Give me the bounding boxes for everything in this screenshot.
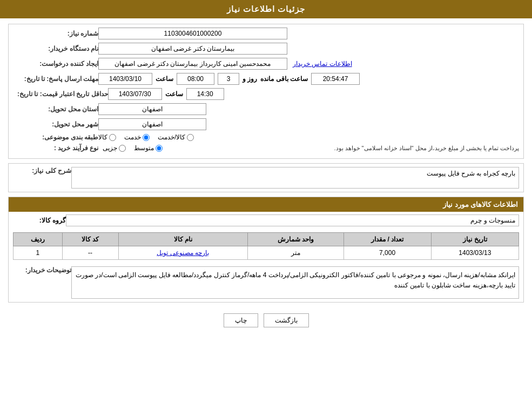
main-content: 1103004601000200 شماره نیاز: بیمارستان د…	[0, 18, 532, 339]
row-ijad-konande: اطلاعات تماس خریدار محمدحسین امینی کاربر…	[13, 58, 519, 70]
radio-khedmat-input[interactable]	[143, 134, 150, 141]
tozihat-row: ایرانکد مشابه/هزینه ارسال، نمونه و مرجوع…	[9, 263, 523, 302]
radio-kala-input[interactable]	[109, 134, 116, 141]
kala-section: اطلاعات کالاهای مورد نیاز منسوجات و چرم …	[8, 197, 524, 303]
etelaat-tamas-link[interactable]: اطلاعات تماس خریدار	[293, 60, 352, 68]
radio-motavaset-input[interactable]	[156, 145, 163, 152]
print-button[interactable]: چاپ	[224, 313, 258, 327]
row-shahr: اصفهان شهر محل تحویل:	[13, 118, 519, 130]
table-row: 1403/03/13 7,000 متر بارچه مصنوعی تویل -…	[14, 246, 519, 260]
col-radif: ردیف	[14, 233, 63, 246]
sharh-koli-section: بارچه کجراه به شرح فایل پیوست شرح کلی نی…	[8, 163, 524, 192]
button-row: بازگشت چاپ	[8, 307, 524, 334]
radio-khedmat[interactable]: خدمت	[124, 133, 150, 141]
ijad-konande-label: ایجاد کننده درخواست:	[17, 60, 98, 68]
cell-radif: 1	[14, 246, 63, 260]
kala-table: تاریخ نیاز تعداد / مقدار واحد شمارش نام …	[13, 232, 519, 260]
mohlat-roz-value: 3	[218, 73, 239, 85]
table-body: 1403/03/13 7,000 متر بارچه مصنوعی تویل -…	[14, 246, 519, 260]
row-hadaghal: 14:30 ساعت 1403/07/30 حداقل تاریخ اعتبار…	[13, 88, 519, 100]
goroh-kala-row: منسوجات و چرم گروه کالا:	[9, 212, 523, 229]
sharh-koli-label: شرح کلی نیاز:	[17, 167, 71, 174]
radio-kala-khedmat[interactable]: کالا/خدمت	[158, 133, 194, 141]
row-mohlat: 20:54:47 ساعت باقی مانده روز و 3 08:00 س…	[13, 73, 519, 85]
hadaghal-date-value: 1403/07/30	[108, 88, 162, 100]
nooe-radio-group: متوسط جزیی	[103, 144, 163, 152]
page-title: جزئیات اطلاعات نیاز	[227, 4, 305, 14]
radio-kala-khedmat-label: کالا/خدمت	[158, 133, 185, 141]
cell-name-kala[interactable]: بارچه مصنوعی تویل	[118, 246, 247, 260]
sharh-koli-box: بارچه کجراه به شرح فایل پیوست	[71, 167, 519, 189]
table-container: تاریخ نیاز تعداد / مقدار واحد شمارش نام …	[9, 229, 523, 263]
ostan-label: استان محل تحویل:	[17, 105, 98, 113]
col-kod-kala: کد کالا	[62, 233, 118, 246]
nooe-farayand-label: نوع فرآیند خرید :	[17, 144, 98, 152]
cell-tedad: 7,000	[344, 246, 431, 260]
radio-kala-label: کالا	[98, 133, 107, 141]
row-name-dastgah: بیمارستان دکتر غرضی اصفهان نام دستگاه خر…	[13, 43, 519, 55]
mohlat-time-label: ساعت	[156, 75, 173, 83]
baqi-mande-label: ساعت باقی مانده	[260, 75, 308, 83]
goroh-kala-label: گروه کالا:	[17, 217, 66, 224]
shahr-value: اصفهان	[98, 118, 206, 130]
radio-jazri-label: جزیی	[103, 144, 117, 152]
mohlat-label: مهلت ارسال پاسخ: تا تاریخ:	[17, 75, 98, 83]
hadaghal-time-value: 14:30	[186, 88, 224, 100]
ostan-value: اصفهان	[98, 103, 206, 115]
shomara-niaz-label: شماره نیاز:	[17, 30, 98, 37]
sharh-koli-value: بارچه کجراه به شرح فایل پیوست	[427, 170, 515, 177]
baqi-mande-value: 20:54:47	[311, 73, 360, 85]
tabaghe-label: طبقه بندی موضوعی:	[17, 133, 98, 141]
table-header-row: تاریخ نیاز تعداد / مقدار واحد شمارش نام …	[14, 233, 519, 246]
page-header: جزئیات اطلاعات نیاز	[0, 0, 532, 18]
row-tabaghe: کالا/خدمت خدمت کالا طبقه بندی موضوعی:	[13, 133, 519, 141]
name-dastgah-value: بیمارستان دکتر غرضی اصفهان	[98, 43, 287, 55]
row-nooe-farayand: پرداخت تمام یا بخشی از مبلغ خرید،از محل …	[13, 144, 519, 152]
page-container: جزئیات اطلاعات نیاز 1103004601000200 شما…	[0, 0, 532, 396]
cell-tarikh: 1403/03/13	[431, 246, 518, 260]
radio-jazri[interactable]: جزیی	[103, 144, 126, 152]
row-ostan: اصفهان استان محل تحویل:	[13, 103, 519, 115]
hadaghal-inline: 14:30 ساعت 1403/07/30	[108, 88, 224, 100]
radio-motavaset-label: متوسط	[134, 144, 154, 152]
tozihat-box: ایرانکد مشابه/هزینه ارسال، نمونه و مرجوع…	[71, 266, 519, 299]
shahr-label: شهر محل تحویل:	[17, 120, 98, 128]
row-shomara-niaz: 1103004601000200 شماره نیاز:	[13, 28, 519, 39]
tabaghe-radio-group: کالا/خدمت خدمت کالا	[98, 133, 194, 141]
table-head: تاریخ نیاز تعداد / مقدار واحد شمارش نام …	[14, 233, 519, 246]
tozihat-label: توضیحات خریدار:	[17, 266, 71, 274]
mohlat-inline: 20:54:47 ساعت باقی مانده روز و 3 08:00 س…	[98, 73, 360, 85]
radio-jazri-input[interactable]	[119, 145, 126, 152]
sharh-koli-row: بارچه کجراه به شرح فایل پیوست شرح کلی نی…	[9, 164, 523, 192]
radio-kala[interactable]: کالا	[98, 133, 116, 141]
tozihat-value: ایرانکد مشابه/هزینه ارسال، نمونه و مرجوع…	[76, 271, 515, 289]
mohlat-date-value: 1403/03/10	[98, 73, 152, 85]
hadaghal-label: حداقل تاریخ اعتبار قیمت: تا تاریخ:	[17, 90, 108, 98]
shomara-niaz-value: 1103004601000200	[98, 28, 287, 39]
back-button[interactable]: بازگشت	[264, 313, 309, 327]
hadaghal-time-label: ساعت	[165, 90, 183, 98]
mohlat-roz-label: روز و	[243, 75, 257, 83]
radio-motavaset[interactable]: متوسط	[134, 144, 163, 152]
info-content: 1103004601000200 شماره نیاز: بیمارستان د…	[9, 24, 523, 158]
radio-khedmat-label: خدمت	[124, 133, 141, 141]
ijad-konande-value: محمدحسین امینی کاربرداز بیمارستان دکتر غ…	[98, 58, 287, 70]
main-info-section: 1103004601000200 شماره نیاز: بیمارستان د…	[8, 24, 524, 159]
cell-kod-kala: --	[62, 246, 118, 260]
col-vahed: واحد شمارش	[247, 233, 344, 246]
nooe-description: پرداخت تمام یا بخشی از مبلغ خرید،از محل …	[167, 145, 519, 152]
goroh-kala-value: منسوجات و چرم	[66, 214, 519, 226]
mohlat-time-value: 08:00	[177, 73, 214, 85]
col-name-kala: نام کالا	[118, 233, 247, 246]
cell-vahed: متر	[247, 246, 344, 260]
radio-kala-khedmat-input[interactable]	[187, 134, 194, 141]
col-tarikh: تاریخ نیاز	[431, 233, 518, 246]
name-dastgah-label: نام دستگاه خریدار:	[17, 45, 98, 52]
col-tedad: تعداد / مقدار	[344, 233, 431, 246]
kala-section-title: اطلاعات کالاهای مورد نیاز	[9, 197, 523, 212]
